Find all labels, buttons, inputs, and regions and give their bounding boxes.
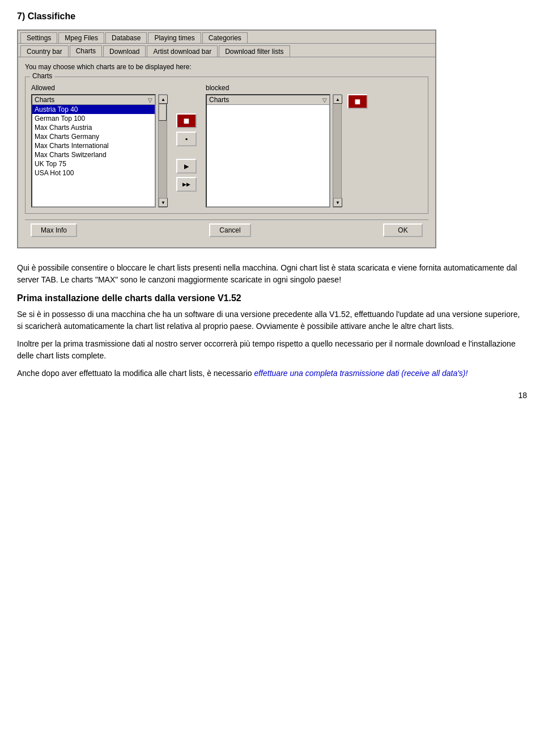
block-selected-button[interactable]: ■ [176,113,197,128]
allowed-scroll-track [159,104,167,198]
dialog-content: You may choose which charts are to be di… [18,57,435,247]
tab-playing-times[interactable]: Playing times [148,32,201,43]
tab-row-2: Country bar Charts Download Artist downl… [18,44,435,57]
allowed-list-box[interactable]: Charts ▽ Austria Top 40 German Top 100 M… [31,94,156,208]
move-right-button[interactable]: ▶ [176,159,197,174]
tab-database[interactable]: Database [105,32,147,43]
list-item-max-charts-austria[interactable]: Max Charts Austria [32,123,155,132]
allowed-label: Allowed [31,84,167,92]
list-item-austria-top40[interactable]: Austria Top 40 [32,105,155,114]
body-para4-italic: effettuare una completa trasmissione dat… [254,369,468,378]
blocked-scrollbar[interactable]: ▲ ▼ [333,94,342,208]
body-para4: Anche dopo aver effettuato la modifica a… [17,368,527,379]
page-number: 18 [17,391,527,400]
tab-artist-download-bar[interactable]: Artist download bar [147,45,218,57]
allowed-list-with-scroll: ▲ ▼ Charts ▽ [31,94,167,208]
tab-charts[interactable]: Charts [70,45,102,57]
blocked-list-with-scroll: Charts ▽ ▲ ▼ [206,94,342,208]
tab-settings[interactable]: Settings [20,32,57,43]
body-para2: Se si è in possesso di una macchina che … [17,309,527,332]
body-para3: Inoltre per la prima trasmissione dati a… [17,338,527,362]
blocked-panel: blocked Charts ▽ ▲ ▼ [206,84,342,208]
allowed-scrollbar[interactable]: ▲ ▼ [158,94,167,208]
body-para4-normal: Anche dopo aver effettuato la modifica a… [17,369,254,378]
allowed-list-header-label: Charts [35,96,54,104]
list-item-max-charts-germany[interactable]: Max Charts Germany [32,132,155,141]
list-item-uk-top75[interactable]: UK Top 75 [32,159,155,168]
body-section: Qui è possibile consentire o bloccare le… [17,262,527,379]
allowed-dropdown-arrow[interactable]: ▽ [148,97,152,103]
list-item-usa-hot100[interactable]: USA Hot 100 [32,168,155,178]
blocked-scroll-down[interactable]: ▼ [333,198,342,207]
allowed-scroll-down[interactable]: ▼ [159,198,168,207]
allowed-scroll-up[interactable]: ▲ [159,95,168,104]
tab-download-filter-lists[interactable]: Download filter lists [219,45,290,57]
blocked-scroll-track [333,104,341,198]
blocked-scroll-up[interactable]: ▲ [333,95,342,104]
tab-download[interactable]: Download [103,45,146,57]
charts-layout: Allowed ▲ ▼ [31,84,422,208]
allowed-list-header[interactable]: Charts ▽ [32,95,155,105]
body-para3-text: Inoltre per la prima trasmissione dati a… [17,339,516,360]
page-heading: 7) Classifiche [17,11,527,22]
blocked-list-header[interactable]: Charts ▽ [207,95,329,105]
block-right-button[interactable]: ■ [347,94,368,109]
charts-group-box: Charts Allowed ▲ ▼ [25,77,428,214]
cancel-button[interactable]: Cancel [209,223,250,237]
list-item-max-charts-international[interactable]: Max Charts International [32,141,155,150]
info-text: You may choose which charts are to be di… [25,63,428,71]
blocked-label: blocked [206,84,342,92]
move-all-right-button[interactable]: ▶▶ [176,177,197,192]
blocked-list-box[interactable]: Charts ▽ [206,94,330,208]
blocked-dropdown-arrow[interactable]: ▽ [322,97,327,103]
allowed-scroll-thumb[interactable] [159,104,167,121]
blocked-list-header-label: Charts [209,96,229,104]
allowed-panel: Allowed ▲ ▼ [31,84,167,208]
tab-row-1: Settings Mpeg Files Database Playing tim… [18,31,435,44]
tab-mpeg-files[interactable]: Mpeg Files [58,32,104,43]
body-para1: Qui è possibile consentire o bloccare le… [17,262,527,286]
body-heading2: Prima installazione delle charts dalla v… [17,292,527,305]
list-item-max-charts-switzerland[interactable]: Max Charts Switzerland [32,150,155,159]
unblock-button[interactable]: ▪ [176,132,197,146]
max-info-button[interactable]: Max Info [31,223,77,237]
ok-button[interactable]: OK [383,223,423,237]
dialog-buttons: Max Info Cancel OK [25,219,428,242]
group-box-legend: Charts [30,72,54,80]
list-item-german-top100[interactable]: German Top 100 [32,114,155,123]
dialog-window: Settings Mpeg Files Database Playing tim… [17,29,436,248]
tab-categories[interactable]: Categories [202,32,248,43]
middle-buttons: ■ ▪ ▶ ▶▶ [173,84,200,208]
tab-country-bar[interactable]: Country bar [20,45,69,57]
